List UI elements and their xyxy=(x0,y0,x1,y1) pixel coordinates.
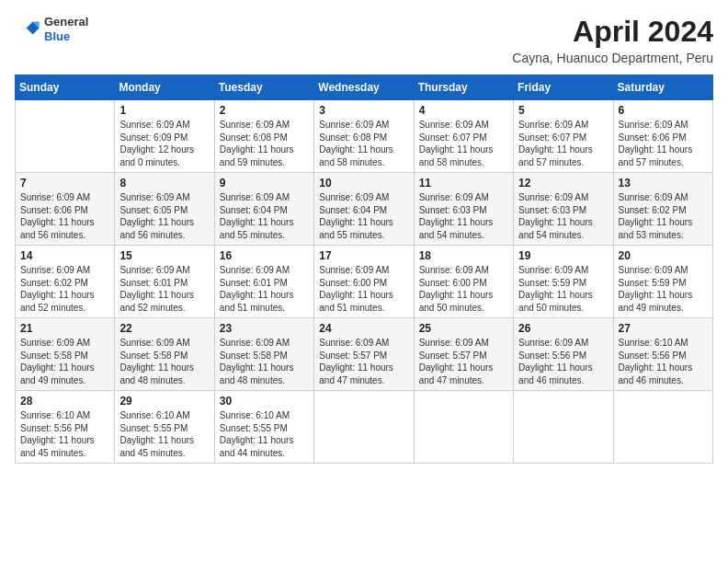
calendar-cell: 30Sunrise: 6:10 AMSunset: 5:55 PMDayligh… xyxy=(214,391,313,464)
day-info: Sunrise: 6:09 AMSunset: 5:58 PMDaylight:… xyxy=(20,337,109,386)
day-info: Sunrise: 6:09 AMSunset: 6:00 PMDaylight:… xyxy=(319,264,408,314)
column-header-sunday: Sunday xyxy=(16,75,115,100)
day-info: Sunrise: 6:09 AMSunset: 6:09 PMDaylight:… xyxy=(119,119,209,168)
calendar-cell: 3Sunrise: 6:09 AMSunset: 6:08 PMDaylight… xyxy=(314,100,414,173)
calendar-cell: 10Sunrise: 6:09 AMSunset: 6:04 PMDayligh… xyxy=(314,173,414,246)
column-header-monday: Monday xyxy=(115,75,214,100)
day-info: Sunrise: 6:09 AMSunset: 6:06 PMDaylight:… xyxy=(619,119,708,168)
day-number: 1 xyxy=(119,104,209,117)
calendar-body: 1Sunrise: 6:09 AMSunset: 6:09 PMDaylight… xyxy=(16,100,713,464)
logo-icon xyxy=(15,17,40,42)
calendar-cell xyxy=(414,391,513,464)
day-number: 27 xyxy=(619,322,708,335)
calendar-cell xyxy=(16,100,115,173)
day-number: 5 xyxy=(518,104,608,117)
calendar-header: SundayMondayTuesdayWednesdayThursdayFrid… xyxy=(16,75,713,100)
calendar-cell: 2Sunrise: 6:09 AMSunset: 6:08 PMDaylight… xyxy=(214,100,313,173)
calendar-cell xyxy=(613,391,712,464)
calendar-cell: 12Sunrise: 6:09 AMSunset: 6:03 PMDayligh… xyxy=(514,173,613,246)
calendar-cell: 11Sunrise: 6:09 AMSunset: 6:03 PMDayligh… xyxy=(414,173,513,246)
day-info: Sunrise: 6:09 AMSunset: 5:59 PMDaylight:… xyxy=(619,264,708,314)
day-info: Sunrise: 6:10 AMSunset: 5:55 PMDaylight:… xyxy=(119,409,209,459)
calendar-cell: 4Sunrise: 6:09 AMSunset: 6:07 PMDaylight… xyxy=(414,100,513,173)
day-info: Sunrise: 6:09 AMSunset: 6:02 PMDaylight:… xyxy=(619,191,708,241)
day-number: 2 xyxy=(220,104,309,117)
day-info: Sunrise: 6:09 AMSunset: 6:02 PMDaylight:… xyxy=(20,264,109,314)
day-number: 17 xyxy=(319,249,408,262)
day-info: Sunrise: 6:09 AMSunset: 5:57 PMDaylight:… xyxy=(419,337,508,386)
day-number: 19 xyxy=(518,249,608,262)
day-info: Sunrise: 6:10 AMSunset: 5:55 PMDaylight:… xyxy=(220,409,309,459)
day-number: 11 xyxy=(419,177,508,190)
calendar-cell: 9Sunrise: 6:09 AMSunset: 6:04 PMDaylight… xyxy=(214,173,313,246)
calendar-cell: 26Sunrise: 6:09 AMSunset: 5:56 PMDayligh… xyxy=(514,318,613,391)
day-number: 21 xyxy=(20,322,109,335)
column-header-wednesday: Wednesday xyxy=(314,75,414,100)
day-number: 9 xyxy=(220,177,309,190)
week-row-2: 7Sunrise: 6:09 AMSunset: 6:06 PMDaylight… xyxy=(16,173,713,246)
day-number: 12 xyxy=(518,177,608,190)
calendar-cell: 17Sunrise: 6:09 AMSunset: 6:00 PMDayligh… xyxy=(314,246,414,318)
calendar-cell: 20Sunrise: 6:09 AMSunset: 5:59 PMDayligh… xyxy=(613,246,712,318)
day-info: Sunrise: 6:09 AMSunset: 6:03 PMDaylight:… xyxy=(419,191,508,241)
day-number: 29 xyxy=(119,395,209,408)
logo-blue: Blue xyxy=(44,29,88,44)
day-number: 3 xyxy=(319,104,408,117)
location: Cayna, Huanuco Department, Peru xyxy=(512,51,713,65)
column-header-tuesday: Tuesday xyxy=(214,75,313,100)
logo-general: General xyxy=(44,15,88,29)
calendar-header-row: SundayMondayTuesdayWednesdayThursdayFrid… xyxy=(16,75,713,100)
calendar-cell: 15Sunrise: 6:09 AMSunset: 6:01 PMDayligh… xyxy=(115,246,214,318)
day-info: Sunrise: 6:09 AMSunset: 6:07 PMDaylight:… xyxy=(419,119,508,168)
calendar-cell: 23Sunrise: 6:09 AMSunset: 5:58 PMDayligh… xyxy=(214,318,313,391)
day-info: Sunrise: 6:09 AMSunset: 6:08 PMDaylight:… xyxy=(220,119,309,168)
day-info: Sunrise: 6:09 AMSunset: 6:03 PMDaylight:… xyxy=(518,191,608,241)
calendar-cell: 18Sunrise: 6:09 AMSunset: 6:00 PMDayligh… xyxy=(414,246,513,318)
week-row-4: 21Sunrise: 6:09 AMSunset: 5:58 PMDayligh… xyxy=(16,318,713,391)
day-info: Sunrise: 6:09 AMSunset: 6:01 PMDaylight:… xyxy=(119,264,209,314)
day-info: Sunrise: 6:09 AMSunset: 5:56 PMDaylight:… xyxy=(518,337,608,386)
day-number: 18 xyxy=(419,249,508,262)
calendar-cell: 22Sunrise: 6:09 AMSunset: 5:58 PMDayligh… xyxy=(115,318,214,391)
calendar-cell: 29Sunrise: 6:10 AMSunset: 5:55 PMDayligh… xyxy=(115,391,214,464)
week-row-3: 14Sunrise: 6:09 AMSunset: 6:02 PMDayligh… xyxy=(16,246,713,318)
day-info: Sunrise: 6:09 AMSunset: 5:59 PMDaylight:… xyxy=(518,264,608,314)
month-title: April 2024 xyxy=(512,15,713,49)
day-number: 25 xyxy=(419,322,508,335)
day-info: Sunrise: 6:09 AMSunset: 6:00 PMDaylight:… xyxy=(419,264,508,314)
day-number: 20 xyxy=(619,249,708,262)
day-number: 14 xyxy=(20,249,109,262)
day-info: Sunrise: 6:09 AMSunset: 6:08 PMDaylight:… xyxy=(319,119,408,168)
calendar-cell: 16Sunrise: 6:09 AMSunset: 6:01 PMDayligh… xyxy=(214,246,313,318)
day-number: 15 xyxy=(119,249,209,262)
calendar-cell xyxy=(314,391,414,464)
day-number: 24 xyxy=(319,322,408,335)
calendar-cell: 1Sunrise: 6:09 AMSunset: 6:09 PMDaylight… xyxy=(115,100,214,173)
calendar-cell: 27Sunrise: 6:10 AMSunset: 5:56 PMDayligh… xyxy=(613,318,712,391)
day-info: Sunrise: 6:09 AMSunset: 6:04 PMDaylight:… xyxy=(220,191,309,241)
logo: General Blue xyxy=(15,15,88,43)
week-row-5: 28Sunrise: 6:10 AMSunset: 5:56 PMDayligh… xyxy=(16,391,713,464)
column-header-saturday: Saturday xyxy=(613,75,712,100)
header: General Blue April 2024 Cayna, Huanuco D… xyxy=(15,15,713,65)
day-info: Sunrise: 6:09 AMSunset: 6:04 PMDaylight:… xyxy=(319,191,408,241)
logo-text: General Blue xyxy=(44,15,88,43)
title-area: April 2024 Cayna, Huanuco Department, Pe… xyxy=(512,15,713,65)
day-number: 22 xyxy=(119,322,209,335)
calendar-cell: 6Sunrise: 6:09 AMSunset: 6:06 PMDaylight… xyxy=(613,100,712,173)
day-info: Sunrise: 6:09 AMSunset: 6:01 PMDaylight:… xyxy=(220,264,309,314)
calendar-cell: 13Sunrise: 6:09 AMSunset: 6:02 PMDayligh… xyxy=(613,173,712,246)
day-number: 30 xyxy=(220,395,309,408)
calendar-cell xyxy=(514,391,613,464)
calendar-cell: 7Sunrise: 6:09 AMSunset: 6:06 PMDaylight… xyxy=(16,173,115,246)
calendar: SundayMondayTuesdayWednesdayThursdayFrid… xyxy=(15,75,713,464)
day-info: Sunrise: 6:09 AMSunset: 5:57 PMDaylight:… xyxy=(319,337,408,386)
day-info: Sunrise: 6:09 AMSunset: 6:06 PMDaylight:… xyxy=(20,191,109,241)
day-number: 13 xyxy=(619,177,708,190)
calendar-cell: 19Sunrise: 6:09 AMSunset: 5:59 PMDayligh… xyxy=(514,246,613,318)
day-number: 28 xyxy=(20,395,109,408)
calendar-cell: 5Sunrise: 6:09 AMSunset: 6:07 PMDaylight… xyxy=(514,100,613,173)
day-number: 26 xyxy=(518,322,608,335)
day-info: Sunrise: 6:10 AMSunset: 5:56 PMDaylight:… xyxy=(20,409,109,459)
day-info: Sunrise: 6:09 AMSunset: 6:07 PMDaylight:… xyxy=(518,119,608,168)
